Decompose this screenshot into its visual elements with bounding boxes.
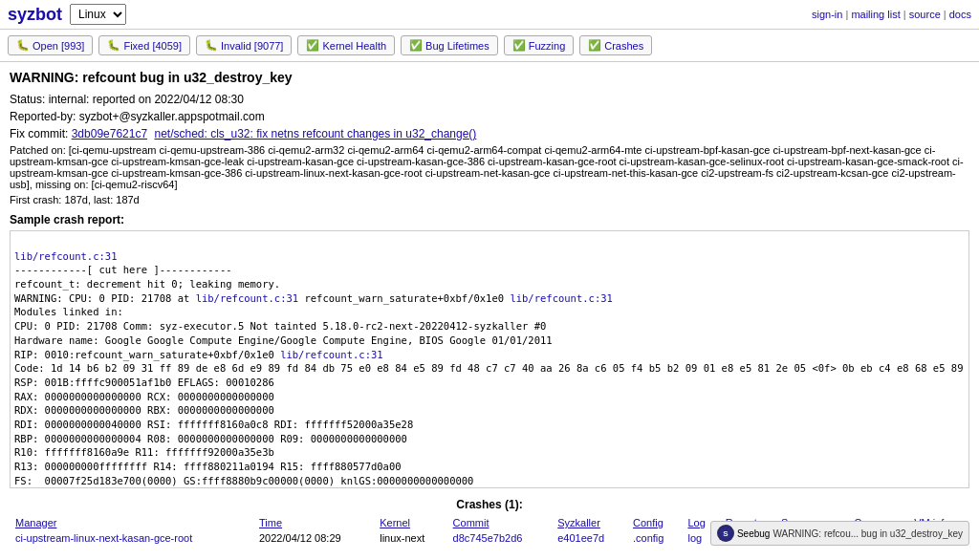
col-config[interactable]: Config <box>627 515 682 530</box>
col-kernel[interactable]: Kernel <box>374 515 446 530</box>
nav-btn-invalid[interactable]: 🐛 Invalid [9077] <box>196 35 292 55</box>
nav-buttons-bar: 🐛 Open [993] 🐛 Fixed [4059] 🐛 Invalid [9… <box>0 30 979 62</box>
header-nav: sign-in | mailing list | source | docs <box>812 9 971 20</box>
col-commit[interactable]: Commit <box>447 515 553 530</box>
cell-syzkaller: e401ee7d <box>552 530 627 546</box>
logo[interactable]: syzbot <box>8 5 62 25</box>
seebug-badge[interactable]: S Seebug WARNING: refcou... bug in u32_d… <box>710 521 969 546</box>
cell-commit: d8c745e7b2d6 <box>447 530 553 546</box>
bug-lifetimes-icon: ✅ <box>409 39 423 52</box>
status-line: Status: internal: reported on 2022/04/12… <box>10 93 969 106</box>
header-left: syzbot Linux <box>8 4 126 25</box>
mailing-list-link[interactable]: mailing list <box>851 9 900 20</box>
manager-link[interactable]: ci-upstream-linux-next-kasan-gce-root <box>15 532 192 544</box>
open-btn-label: Open [993] <box>33 40 84 52</box>
commit-link[interactable]: d8c745e7b2d6 <box>453 532 523 544</box>
refcount-rip-link[interactable]: lib/refcount.c:31 <box>280 349 382 360</box>
first-crash-line: First crash: 187d, last: 187d <box>10 194 969 205</box>
fix-commit-line: Fix commit: 3db09e7621c7 net/sched: cls_… <box>10 127 969 140</box>
fix-commit-label: Fix commit: <box>10 127 68 140</box>
patched-on-items: [ci-qemu-upstream ci-qemu-upstream-386 c… <box>10 144 964 190</box>
nav-btn-fuzzing[interactable]: ✅ Fuzzing <box>504 35 575 55</box>
cell-manager: ci-upstream-linux-next-kasan-gce-root <box>10 530 253 546</box>
kernel-health-icon: ✅ <box>306 39 319 52</box>
source-link[interactable]: source <box>909 9 941 20</box>
status-text: Status: internal: reported on 2022/04/12… <box>10 93 244 106</box>
patched-on-line: Patched on: [ci-qemu-upstream ci-qemu-up… <box>10 144 969 190</box>
linux-select[interactable]: Linux <box>70 4 126 25</box>
bottom-area: Manager Time Kernel Commit Syzkaller Con… <box>10 515 969 546</box>
refcount-c-link2[interactable]: lib/refcount.c:31 <box>510 292 612 304</box>
seebug-svg-icon: S <box>719 527 732 540</box>
invalid-btn-label: Invalid [9077] <box>221 40 283 52</box>
col-manager[interactable]: Manager <box>10 515 253 530</box>
col-time[interactable]: Time <box>253 515 374 530</box>
config-link[interactable]: .config <box>633 532 664 544</box>
seebug-preview: WARNING: refcou... bug in u32_destroy_ke… <box>772 528 963 539</box>
crash-report-title: Sample crash report: <box>10 213 969 226</box>
seebug-label: Seebug <box>737 528 770 539</box>
refcount-link[interactable]: lib/refcount.c:31 <box>196 292 298 304</box>
syzkaller-link[interactable]: e401ee7d <box>557 532 604 544</box>
docs-link[interactable]: docs <box>949 9 971 20</box>
fix-commit-path-link[interactable]: net/sched: cls_u32: fix netns refcount c… <box>154 127 476 140</box>
col-syzkaller[interactable]: Syzkaller <box>552 515 627 530</box>
seebug-icon: S <box>717 525 734 542</box>
refcount-c-link1[interactable]: lib/refcount.c:31 <box>14 250 117 262</box>
reported-by-line: Reported-by: syzbot+@syzkaller.appspotma… <box>10 110 969 123</box>
fuzzing-icon: ✅ <box>512 39 526 52</box>
log-link[interactable]: log <box>687 532 702 544</box>
crashes-btn-label: Crashes <box>604 40 643 52</box>
nav-btn-open[interactable]: 🐛 Open [993] <box>8 35 93 55</box>
patched-on-label: Patched on: <box>10 144 66 156</box>
fixed-bug-icon: 🐛 <box>107 39 120 52</box>
crashes-section: Crashes (1): Manager Time Kernel Commit … <box>10 498 969 546</box>
svg-text:S: S <box>723 529 729 538</box>
fuzzing-btn-label: Fuzzing <box>529 40 566 52</box>
fixed-btn-label: Fixed [4059] <box>123 40 182 52</box>
crash-report-box[interactable]: lib/refcount.c:31 ------------[ cut here… <box>10 230 969 488</box>
crashes-section-title: Crashes (1): <box>10 498 969 511</box>
nav-btn-fixed[interactable]: 🐛 Fixed [4059] <box>98 35 190 55</box>
sign-in-link[interactable]: sign-in <box>812 9 842 20</box>
open-bug-icon: 🐛 <box>16 39 30 52</box>
crashes-icon: ✅ <box>588 39 601 52</box>
cell-kernel: linux-next <box>374 530 446 546</box>
nav-btn-crashes[interactable]: ✅ Crashes <box>579 35 652 55</box>
bug-title: WARNING: refcount bug in u32_destroy_key <box>10 70 969 85</box>
cell-time: 2022/04/12 08:29 <box>253 530 374 546</box>
fix-commit-hash-link[interactable]: 3db09e7621c7 <box>72 127 147 140</box>
nav-btn-kernel-health[interactable]: ✅ Kernel Health <box>297 35 395 55</box>
kernel-health-btn-label: Kernel Health <box>322 40 386 52</box>
invalid-bug-icon: 🐛 <box>205 39 218 52</box>
cell-config: .config <box>627 530 682 546</box>
reported-by-text: Reported-by: syzbot+@syzkaller.appspotma… <box>10 110 265 123</box>
main-content: WARNING: refcount bug in u32_destroy_key… <box>0 62 979 553</box>
nav-btn-bug-lifetimes[interactable]: ✅ Bug Lifetimes <box>401 35 498 55</box>
bug-lifetimes-btn-label: Bug Lifetimes <box>425 40 490 52</box>
page-header: syzbot Linux sign-in | mailing list | so… <box>0 0 979 30</box>
